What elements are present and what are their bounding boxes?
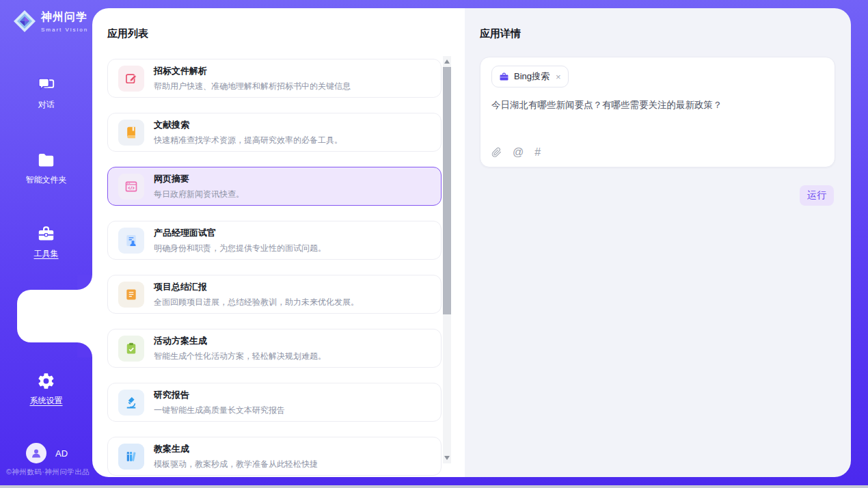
app-card-bid-analysis[interactable]: 招标文件解析 帮助用户快速、准确地理解和解析招标书中的关键信息 xyxy=(107,59,442,98)
app-card-literature-search[interactable]: 文献搜索 快速精准查找学术资源，提高研究效率的必备工具。 xyxy=(107,113,442,152)
browser-code-icon xyxy=(118,174,144,200)
app-card-research-report[interactable]: 研究报告 一键智能生成高质量长文本研究报告 xyxy=(107,383,442,422)
app-list-title: 应用列表 xyxy=(107,27,148,40)
app-card-web-summary[interactable]: 网页摘要 每日政府新闻资讯快查。 xyxy=(107,167,442,206)
app-desc: 全面回顾项目进展，总结经验教训，助力未来优化发展。 xyxy=(154,297,359,308)
app-card-list: 招标文件解析 帮助用户快速、准确地理解和解析招标书中的关键信息 文献搜索 快速精… xyxy=(107,59,442,477)
microscope-icon xyxy=(118,390,144,416)
chat-icon xyxy=(37,75,56,94)
user-initials: AD xyxy=(55,448,68,459)
sidebar-item-label: 对话 xyxy=(0,99,92,111)
avatar xyxy=(26,443,46,463)
toolbox-icon xyxy=(37,224,56,243)
scrollbar-thumb[interactable] xyxy=(443,67,451,314)
composer-card: Bing搜索 × 今日湖北有哪些新闻要点？有哪些需要关注的最新政策？ @ # xyxy=(480,57,835,167)
run-button[interactable]: 运行 xyxy=(800,185,834,206)
copyright-text: ©神州数码·神州问学出品 xyxy=(6,467,90,477)
app-desc: 智能生成个性化活动方案，轻松解决规划难题。 xyxy=(154,351,326,362)
tool-chip-bing-search[interactable]: Bing搜索 × xyxy=(491,66,569,87)
sidebar-item-smart-folder[interactable]: 智能文件夹 xyxy=(0,150,92,186)
edit-doc-icon xyxy=(118,66,144,92)
interview-icon xyxy=(118,228,144,254)
app-desc: 每日政府新闻资讯快查。 xyxy=(154,189,244,200)
list-scrollbar xyxy=(443,56,451,463)
clipboard-check-icon xyxy=(118,336,144,362)
attachment-icon[interactable] xyxy=(491,147,502,158)
app-desc: 模板驱动，教案秒成，教学准备从此轻松快捷 xyxy=(154,459,318,470)
folder-icon xyxy=(37,150,56,170)
close-icon[interactable]: × xyxy=(556,72,561,82)
tool-chip-label: Bing搜索 xyxy=(514,70,550,83)
composer-toolbar: @ # xyxy=(491,147,541,158)
main-content: 应用列表 招标文件解析 帮助用户快速、准确地理解和解析招标书中的关键信息 xyxy=(92,8,851,477)
window-bottom-edge xyxy=(0,485,868,488)
sidebar-item-label: 智能文件夹 xyxy=(0,174,92,186)
app-title: 产品经理面试官 xyxy=(154,227,326,239)
app-desc: 快速精准查找学术资源，提高研究效率的必备工具。 xyxy=(154,135,342,146)
app-desc: 一键智能生成高质量长文本研究报告 xyxy=(154,405,285,416)
bubble-top-fillet xyxy=(77,275,92,290)
brand-subtitle: Smart Vision xyxy=(41,27,88,33)
bubble-bottom-fillet xyxy=(77,342,92,357)
sidebar-item-chat[interactable]: 对话 xyxy=(0,75,92,111)
sidebar-item-label: 工具集 xyxy=(0,248,92,260)
brand-name: 神州问学 xyxy=(41,10,88,25)
app-title: 研究报告 xyxy=(154,389,285,401)
sidebar-item-settings[interactable]: 系统设置 xyxy=(0,371,92,407)
gem-logo-icon xyxy=(12,9,37,33)
app-desc: 帮助用户快速、准确地理解和解析招标书中的关键信息 xyxy=(154,81,351,92)
sidebar: 神州问学 Smart Vision 对话 智能文件夹 xyxy=(0,0,92,485)
app-desc: 明确身份和职责，为您提供专业性的面试问题。 xyxy=(154,243,326,254)
app-card-lesson-plan[interactable]: 教案生成 模板驱动，教案秒成，教学准备从此轻松快捷 xyxy=(107,437,442,476)
app-title: 招标文件解析 xyxy=(154,65,351,77)
app-detail-panel: 应用详情 Bing搜索 × 今日湖北有哪些新闻要点？有哪些需要关注的最新政策？ xyxy=(465,8,851,477)
query-input[interactable]: 今日湖北有哪些新闻要点？有哪些需要关注的最新政策？ xyxy=(491,99,824,111)
hashtag-icon[interactable]: # xyxy=(534,147,541,158)
app-list-panel: 应用列表 招标文件解析 帮助用户快速、准确地理解和解析招标书中的关键信息 xyxy=(92,8,465,477)
app-title: 文献搜索 xyxy=(154,119,342,131)
book-icon xyxy=(118,120,144,146)
briefcase-icon xyxy=(499,72,509,82)
app-card-event-plan[interactable]: 活动方案生成 智能生成个性化活动方案，轻松解决规划难题。 xyxy=(107,329,442,368)
app-title: 项目总结汇报 xyxy=(154,281,359,293)
mention-icon[interactable]: @ xyxy=(513,147,524,158)
app-title: 教案生成 xyxy=(154,443,318,455)
books-icon xyxy=(118,444,144,470)
memo-icon xyxy=(118,282,144,308)
app-detail-title: 应用详情 xyxy=(480,27,521,40)
active-nav-bubble xyxy=(17,290,92,342)
scroll-down-arrow-icon[interactable] xyxy=(444,456,450,460)
app-card-project-summary[interactable]: 项目总结汇报 全面回顾项目进展，总结经验教训，助力未来优化发展。 xyxy=(107,275,442,314)
user-account[interactable]: AD xyxy=(26,443,68,463)
brand-logo: 神州问学 Smart Vision xyxy=(12,9,88,33)
sidebar-item-label: 系统设置 xyxy=(0,395,92,407)
app-title: 活动方案生成 xyxy=(154,335,326,347)
app-title: 网页摘要 xyxy=(154,173,244,185)
app-card-pm-interviewer[interactable]: 产品经理面试官 明确身份和职责，为您提供专业性的面试问题。 xyxy=(107,221,442,260)
gear-icon xyxy=(37,371,56,390)
sidebar-item-toolset[interactable]: 工具集 xyxy=(0,224,92,260)
scroll-up-arrow-icon[interactable] xyxy=(444,59,450,64)
